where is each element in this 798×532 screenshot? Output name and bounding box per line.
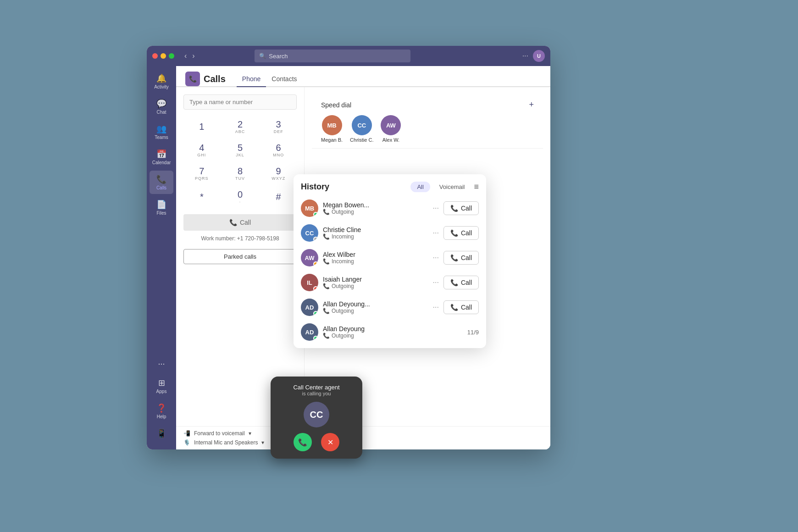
hist-direction: 📞Outgoing [323, 332, 463, 339]
dial-number: 4 [199, 143, 204, 152]
forward-button[interactable]: › [190, 51, 196, 61]
mic-speakers-option[interactable]: 🎙️ Internal Mic and Speakers ▾ [183, 439, 543, 446]
history-row[interactable]: CC Christie Cline 📞Incoming ··· 📞 Call [297, 221, 482, 245]
direction-icon: 📞 [323, 283, 330, 289]
call-action-icon: 📞 [450, 279, 458, 286]
call-action-button[interactable]: 📞 Call [443, 251, 479, 265]
sidebar-item-activity[interactable]: 🔔 Activity [150, 70, 173, 93]
history-row[interactable]: AD Allan Deyoung... 📞Outgoing ··· 📞 Call [297, 295, 482, 320]
status-dot [313, 311, 318, 316]
hist-direction: 📞Incoming [323, 258, 428, 265]
speed-contact-name: Megan B. [321, 137, 343, 143]
forward-voicemail-option[interactable]: 📲 Forward to voicemail ▾ [183, 430, 543, 437]
hist-avatar: MB [301, 200, 318, 217]
history-row[interactable]: MB Megan Bowen... 📞Outgoing ··· 📞 Call [297, 196, 482, 221]
dial-key-9[interactable]: 9WXYZ [260, 163, 297, 184]
search-text: Search [269, 53, 288, 60]
call-action-label: Call [461, 279, 472, 286]
dial-number: # [276, 192, 281, 201]
decline-call-button[interactable]: ✕ [321, 433, 339, 451]
sidebar-item-calls[interactable]: 📞 Calls [150, 171, 173, 194]
history-filter-voicemail-button[interactable]: Voicemail [436, 182, 469, 192]
tab-contacts[interactable]: Contacts [266, 72, 302, 87]
call-action-button[interactable]: 📞 Call [443, 300, 479, 314]
back-button[interactable]: ‹ [183, 51, 188, 61]
history-filter-all-button[interactable]: All [410, 182, 430, 192]
accept-call-button[interactable]: 📞 [294, 433, 312, 451]
status-dot [313, 212, 318, 217]
forward-icon: 📲 [183, 430, 190, 437]
history-panel: History All Voicemail ≡ MB Megan Bowen..… [294, 174, 486, 348]
sidebar-item-more[interactable]: ··· [150, 355, 173, 372]
speed-contact-alex[interactable]: AW Alex W. [381, 115, 401, 143]
sidebar-item-apps[interactable]: ⊞ Apps [150, 374, 173, 398]
dial-key-star[interactable]: * [183, 186, 220, 208]
hist-more-icon[interactable]: ··· [433, 229, 439, 237]
incoming-caller-sub: is calling you [278, 391, 355, 396]
name-number-input[interactable] [183, 94, 297, 110]
dial-key-7[interactable]: 7PQRS [183, 163, 220, 184]
minimize-button[interactable] [161, 53, 166, 59]
sidebar-item-calendar[interactable]: 📅 Calendar [150, 145, 173, 169]
sidebar-item-teams[interactable]: 👥 Teams [150, 120, 173, 144]
call-action-button[interactable]: 📞 Call [443, 226, 479, 240]
sidebar-item-device[interactable]: 📱 [150, 425, 173, 442]
files-icon: 📄 [156, 200, 166, 210]
dial-alpha: MNO [273, 153, 284, 157]
speed-contact-avatar: AW [381, 115, 401, 135]
hist-info: Isaiah Langer 📞Outgoing [323, 276, 428, 289]
speed-contact-christie[interactable]: CC Christie C. [350, 115, 373, 143]
dial-alpha: TUV [235, 176, 245, 181]
dial-key-5[interactable]: 5JKL [222, 139, 259, 161]
call-action-icon: 📞 [450, 254, 458, 261]
history-row[interactable]: AD Allan Deyoung 📞Outgoing 11/9 [297, 320, 482, 344]
dial-number: * [200, 192, 204, 201]
call-action-button[interactable]: 📞 Call [443, 276, 479, 289]
call-button[interactable]: 📞 Call [183, 214, 297, 231]
hist-more-icon[interactable]: ··· [433, 254, 439, 262]
search-bar[interactable]: 🔍 Search [255, 50, 410, 62]
sidebar-item-help[interactable]: ❓ Help [150, 399, 173, 423]
history-header: History All Voicemail ≡ [294, 174, 486, 196]
menu-dots[interactable]: ··· [522, 52, 528, 60]
calls-header-icon: 📞 [185, 72, 200, 86]
dial-alpha: PQRS [195, 176, 209, 181]
dial-key-0[interactable]: 0· [222, 186, 259, 208]
maximize-button[interactable] [169, 53, 174, 59]
sidebar-item-files[interactable]: 📄 Files [150, 196, 173, 219]
close-button[interactable] [152, 53, 158, 59]
apps-icon: ⊞ [158, 378, 165, 388]
direction-icon: 📞 [323, 332, 330, 339]
dial-key-8[interactable]: 8TUV [222, 163, 259, 184]
help-icon: ❓ [156, 403, 166, 413]
speed-dial-section: Speed dial + MB Megan B. CC Christie C. … [312, 94, 543, 149]
dial-key-hash[interactable]: # [260, 186, 297, 208]
more-icon: ··· [158, 359, 165, 369]
dial-key-3[interactable]: 3DEF [260, 116, 297, 138]
history-menu-icon[interactable]: ≡ [474, 182, 479, 192]
tab-phone[interactable]: Phone [237, 72, 266, 87]
dial-key-6[interactable]: 6MNO [260, 139, 297, 161]
dial-key-2[interactable]: 2ABC [222, 116, 259, 138]
parked-calls-button[interactable]: Parked calls [183, 249, 297, 264]
left-panel: 12ABC3DEF4GHI5JKL6MNO7PQRS8TUV9WXYZ*0·# … [176, 87, 305, 426]
incoming-caller-avatar: CC [304, 402, 329, 427]
speed-contact-megan[interactable]: MB Megan B. [321, 115, 343, 143]
speed-dial-add-button[interactable]: + [529, 100, 534, 110]
hist-avatar: CC [301, 224, 318, 242]
dial-key-1[interactable]: 1 [183, 116, 220, 138]
call-action-button[interactable]: 📞 Call [443, 201, 479, 215]
hist-more-icon[interactable]: ··· [433, 278, 439, 287]
dial-key-4[interactable]: 4GHI [183, 139, 220, 161]
speed-contact-name: Alex W. [382, 137, 399, 143]
history-row[interactable]: IL Isaiah Langer 📞Outgoing ··· 📞 Call [297, 270, 482, 295]
speed-contact-avatar: CC [352, 115, 372, 135]
hist-more-icon[interactable]: ··· [433, 204, 439, 212]
accept-icon: 📞 [298, 438, 307, 447]
hist-more-icon[interactable]: ··· [433, 303, 439, 311]
history-row[interactable]: AW Alex Wilber 📞Incoming ··· 📞 Call [297, 245, 482, 270]
hist-avatar: AW [301, 249, 318, 266]
sidebar-item-chat[interactable]: 💬 Chat [150, 95, 173, 118]
chat-icon: 💬 [156, 99, 166, 109]
user-avatar[interactable]: U [533, 50, 545, 62]
